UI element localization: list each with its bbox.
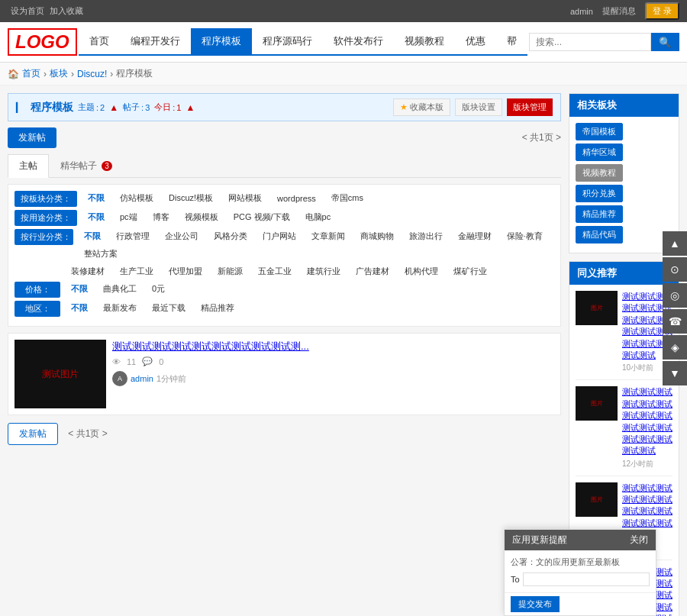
filter-sort-all[interactable]: 不限	[65, 301, 94, 315]
favorite-button[interactable]: ★ 收藏本版	[393, 98, 450, 116]
chat-close-button[interactable]: 关闭	[630, 534, 648, 547]
filter-ind2-advert[interactable]: 广告建材	[350, 264, 395, 279]
filter-item-website[interactable]: 网站模板	[222, 191, 268, 205]
nav-item-help[interactable]: 帮	[496, 28, 527, 54]
filter-item-wordpress[interactable]: wordpress	[271, 192, 322, 205]
sidebar-btn-video[interactable]: 视频教程	[576, 164, 623, 182]
filter-ind2-institution[interactable]: 机构代理	[398, 264, 444, 279]
related-link-2[interactable]: 测试测试测试测试测试测试测试测试测试测试测试测试测试测试测试测试测试	[622, 387, 672, 455]
filter-price: 价格： 不限 曲典化工 0元	[15, 282, 554, 298]
filter-ind-whole[interactable]: 整站方案	[78, 247, 124, 261]
filter-ind-article[interactable]: 文章新闻	[305, 229, 351, 243]
filter-sub-pcg[interactable]: PCG 视频/下载	[227, 210, 296, 224]
filter-ind-shop[interactable]: 商城购物	[354, 229, 400, 243]
nav-item-templates[interactable]: 程序模板	[191, 28, 252, 54]
site-logo[interactable]: LOGO	[8, 28, 77, 56]
filter-sort-download[interactable]: 最近下载	[146, 301, 192, 315]
nav-item-source[interactable]: 程序源码行	[252, 28, 323, 54]
chat-send-button[interactable]: 提交发布	[511, 596, 560, 612]
tab-featured[interactable]: 精华帖子 3	[49, 154, 124, 177]
breadcrumb-link-board[interactable]: 板块	[50, 67, 68, 80]
breadcrumb-link-discuz[interactable]: Discuz!	[77, 69, 107, 79]
filter-sort-featured[interactable]: 精品推荐	[195, 301, 240, 315]
related-thumb-1: 图片	[576, 291, 618, 325]
board-manage-button[interactable]: 版块设置	[455, 98, 502, 116]
tab-main[interactable]: 主帖	[8, 154, 49, 178]
sidebar-btn-empire[interactable]: 帝国模板	[576, 123, 623, 140]
filter-item-discuz[interactable]: Discuz!模板	[163, 191, 219, 205]
post-new-button-bottom[interactable]: 发新帖	[8, 423, 58, 445]
thread-title-link[interactable]: 测试测试测试测试测试测试测试测试测试测...	[112, 340, 309, 352]
post-new-button[interactable]: 发新帖	[8, 127, 56, 148]
login-button[interactable]: 登 录	[645, 2, 679, 20]
float-btn-5[interactable]: ◈	[663, 335, 687, 360]
float-btn-1[interactable]: ▲	[663, 231, 687, 256]
set-homepage-link[interactable]: 设为首页	[11, 6, 44, 15]
top-bar-right: admin 提醒消息 登 录	[570, 2, 679, 20]
filter-ind-style[interactable]: 风格分类	[208, 229, 253, 243]
search-input[interactable]	[529, 33, 651, 51]
filter-ind2-production[interactable]: 生产工业	[114, 264, 160, 279]
filter-ind2-decoration[interactable]: 装修建材	[65, 264, 111, 279]
filter-ind-finance[interactable]: 金融理财	[452, 229, 498, 243]
filter-sub-pc[interactable]: pc端	[114, 210, 144, 224]
nav-item-dev[interactable]: 编程开发行	[120, 28, 191, 54]
chat-to-input[interactable]	[523, 572, 650, 586]
search-button[interactable]: 🔍	[651, 33, 679, 51]
filter-ind-company[interactable]: 企业公司	[159, 229, 205, 243]
float-btn-6[interactable]: ▼	[663, 361, 687, 385]
filter-ind-admin[interactable]: 行政管理	[110, 229, 156, 243]
chat-popup-footer: 提交发布	[505, 592, 656, 615]
sidebar-btn-featured[interactable]: 精华区域	[576, 144, 623, 161]
filter-ind2-energy[interactable]: 新能源	[211, 264, 249, 279]
sidebar-btn-code[interactable]: 精品代码	[576, 226, 623, 243]
up-arrow2-icon: ▲	[185, 102, 195, 113]
top-bar-left: 设为首页 加入收藏	[8, 5, 83, 17]
sidebar-btn-recommend[interactable]: 精品推荐	[576, 205, 623, 223]
view-count: 11	[127, 357, 136, 366]
nav-item-software[interactable]: 软件发布行	[323, 28, 394, 54]
today-badge: 今日: 1	[154, 102, 181, 113]
filter-price-all[interactable]: 不限	[65, 282, 94, 296]
page-title-text: 程序模板	[31, 101, 73, 114]
header: LOGO 首页 编程开发行 程序模板 程序源码行 软件发布行 视频教程 优惠 帮…	[0, 22, 687, 63]
nav-item-discount[interactable]: 优惠	[455, 28, 496, 54]
filter-ind2-coal[interactable]: 煤矿行业	[447, 264, 493, 279]
view-icon: 👁	[112, 357, 121, 366]
filter-ind2-agency[interactable]: 代理加盟	[163, 264, 208, 279]
filter-ind-travel[interactable]: 旅游出行	[403, 229, 449, 243]
breadcrumb-link-home[interactable]: 首页	[22, 67, 40, 80]
action-bar: 发新帖 < 共1页 >	[8, 127, 561, 148]
filter-sub-all[interactable]: 不限	[82, 210, 111, 224]
float-btn-3[interactable]: ◎	[663, 283, 687, 308]
comment-count: 0	[159, 357, 163, 366]
filter-item-imitation[interactable]: 仿站模板	[114, 191, 160, 205]
filter-ind2-hardware[interactable]: 五金工业	[252, 264, 298, 279]
filter-price-classic[interactable]: 曲典化工	[97, 282, 143, 296]
float-btn-2[interactable]: ⊙	[663, 257, 687, 282]
nav-item-video[interactable]: 视频教程	[394, 28, 455, 54]
related-title-2: 测试测试测试测试测试测试测试测试测试测试测试测试测试测试测试测试测试	[622, 386, 672, 456]
filter-ind-portal[interactable]: 门户网站	[256, 229, 302, 243]
nav-item-home[interactable]: 首页	[79, 28, 120, 54]
up-arrow-icon: ▲	[109, 102, 118, 113]
related-info-2: 测试测试测试测试测试测试测试测试测试测试测试测试测试测试测试测试测试 12小时前	[622, 386, 672, 469]
filter-sub-video[interactable]: 视频模板	[179, 210, 224, 224]
float-btn-4[interactable]: ☎	[663, 309, 687, 334]
industry-filter-items: 不限 行政管理 企业公司 风格分类 门户网站 文章新闻 商城购物 旅游出行 金融…	[78, 229, 554, 261]
list-item: 图片 测试测试测试测试测试测试测试测试测试测试测试测试测试测试测试测试测试 10…	[576, 291, 672, 380]
filter-item-empire[interactable]: 帝国cms	[325, 191, 369, 205]
filter-item-all[interactable]: 不限	[82, 191, 111, 205]
filter-price-free[interactable]: 0元	[146, 282, 171, 296]
filter-sub-blog[interactable]: 博客	[147, 210, 176, 224]
filter-ind-all[interactable]: 不限	[78, 229, 107, 243]
sidebar-btn-points[interactable]: 积分兑换	[576, 185, 623, 202]
filter-sub-computer[interactable]: 电脑pc	[299, 210, 337, 224]
filter-ind-insurance[interactable]: 保险·教育	[501, 229, 549, 243]
board-admin-button[interactable]: 版块管理	[507, 98, 553, 116]
tab-featured-badge: 3	[102, 161, 112, 171]
notifications-link[interactable]: 提醒消息	[602, 5, 636, 17]
filter-sort-new[interactable]: 最新发布	[97, 301, 143, 315]
breadcrumb: 🏠 首页 › 板块 › Discuz! › 程序模板	[0, 63, 687, 85]
filter-ind2-construction[interactable]: 建筑行业	[301, 264, 347, 279]
